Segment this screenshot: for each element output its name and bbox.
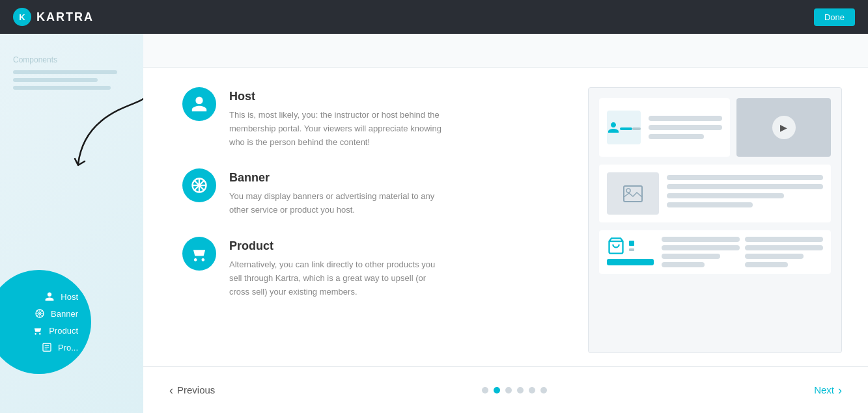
- preview-video: ▶: [736, 98, 831, 157]
- banner-item-text: Banner You may display banners or advert…: [229, 168, 562, 217]
- next-label: Next: [814, 384, 834, 395]
- logo-icon: K: [13, 8, 31, 26]
- banner-line-3: [667, 193, 784, 198]
- main-container: Components Host Bann: [0, 34, 868, 413]
- host-icon-circle: [182, 87, 216, 121]
- preview-line-1: [649, 116, 722, 121]
- preview-product: [599, 230, 831, 274]
- pro-icon: [41, 341, 53, 353]
- previous-button[interactable]: ‹ Previous: [169, 384, 215, 396]
- sidebar-product-label: Product: [49, 326, 78, 336]
- logo-text: KARTRA: [36, 10, 94, 24]
- pagination-dot-3[interactable]: [517, 387, 524, 393]
- breadcrumb: [163, 46, 228, 55]
- sidebar-area: Components Host Bann: [0, 34, 143, 413]
- pagination-dot-0[interactable]: [482, 387, 488, 393]
- banner-line-4: [667, 202, 753, 207]
- preview-host-row: ▶: [599, 98, 831, 157]
- scroll-content: Host This is, most likely, you: the inst…: [143, 68, 868, 366]
- product-cta-button: [607, 259, 654, 265]
- svg-point-15: [626, 189, 630, 193]
- preview-product-right: [662, 237, 823, 267]
- product-icon-circle: [182, 237, 216, 271]
- preview-banner: [599, 165, 831, 222]
- host-desc: This is, most likely, you: the instructo…: [229, 109, 444, 149]
- preview-host-lines: [649, 116, 722, 139]
- pagination-dot-1[interactable]: [494, 387, 500, 393]
- host-item-row: Host This is, most likely, you: the inst…: [182, 87, 562, 149]
- logo: K KARTRA: [13, 8, 94, 26]
- banner-icon: [34, 308, 46, 319]
- preview-panel: ▶: [588, 87, 842, 353]
- next-chevron-icon: ›: [838, 384, 842, 396]
- pagination-dot-5[interactable]: [540, 387, 547, 393]
- next-button[interactable]: Next ›: [814, 384, 842, 396]
- banner-desc: You may display banners or advertising m…: [229, 190, 444, 217]
- preview-line-2: [649, 125, 722, 130]
- preview-host: [599, 98, 730, 157]
- pagination-dot-2[interactable]: [505, 387, 512, 393]
- sidebar-pro-label: Pro...: [58, 343, 78, 353]
- product-title: Product: [229, 239, 562, 253]
- previous-label: Previous: [177, 384, 215, 395]
- footer-nav: ‹ Previous Next ›: [143, 366, 868, 413]
- product-item-text: Product Alternatively, you can link dire…: [229, 237, 562, 299]
- product-desc: Alternatively, you can link directly to …: [229, 258, 444, 299]
- done-button[interactable]: Done: [814, 8, 855, 26]
- sidebar-item-host[interactable]: Host: [44, 291, 78, 302]
- banner-line-2: [667, 184, 823, 189]
- sidebar-host-label: Host: [61, 292, 78, 302]
- content-area: Host This is, most likely, you: the inst…: [143, 34, 868, 413]
- product-item-row: Product Alternatively, you can link dire…: [182, 237, 562, 299]
- preview-banner-lines: [667, 172, 823, 207]
- sidebar-banner-label: Banner: [51, 309, 78, 319]
- product-preview-left: [607, 237, 654, 265]
- svg-rect-14: [624, 186, 642, 202]
- sidebar-item-product[interactable]: Product: [32, 325, 78, 336]
- host-title: Host: [229, 90, 562, 103]
- banner-line-1: [667, 175, 823, 180]
- preview-banner-img: [607, 172, 659, 215]
- header: K KARTRA Done: [0, 0, 868, 34]
- preview-video-col: ▶: [736, 98, 831, 157]
- sidebar-item-pro[interactable]: Pro...: [41, 341, 78, 353]
- sidebar-item-banner[interactable]: Banner: [34, 308, 78, 319]
- banner-title: Banner: [229, 171, 562, 185]
- items-list: Host This is, most likely, you: the inst…: [182, 87, 562, 353]
- play-button: ▶: [772, 116, 796, 139]
- sidebar-menu-circle: Host Banner Product Pro...: [0, 270, 91, 374]
- banner-item-row: Banner You may display banners or advert…: [182, 168, 562, 217]
- host-icon: [44, 291, 55, 302]
- product-icon: [32, 325, 44, 336]
- host-item-text: Host This is, most likely, you: the inst…: [229, 87, 562, 149]
- prev-chevron-icon: ‹: [169, 384, 173, 396]
- top-bar: [143, 34, 868, 68]
- pagination-dot-4[interactable]: [529, 387, 535, 393]
- preview-line-3: [649, 134, 704, 139]
- pagination-dots: [482, 387, 547, 393]
- banner-icon-circle: [182, 168, 216, 202]
- product-col-1: [662, 237, 740, 267]
- product-col-2: [745, 237, 823, 267]
- preview-host-icon: [607, 111, 641, 144]
- arrow-svg: [33, 86, 143, 203]
